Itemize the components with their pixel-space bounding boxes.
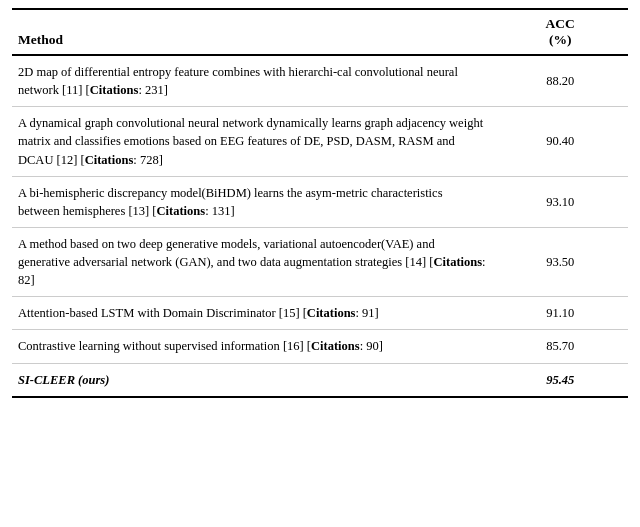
table-row: A bi-hemispheric discrepancy model(BiHDM… [12,176,628,227]
acc-cell: 91.10 [492,297,628,330]
method-cell: A dynamical graph convolutional neural n… [12,107,492,176]
method-cell: A method based on two deep generative mo… [12,227,492,296]
citations-label: Citations [85,153,134,167]
acc-cell-ours: 95.45 [492,363,628,397]
comparison-table: Method ACC(%) 2D map of differential ent… [12,8,628,398]
acc-cell: 93.50 [492,227,628,296]
method-cell: Attention-based LSTM with Domain Discrim… [12,297,492,330]
acc-cell: 90.40 [492,107,628,176]
citations-label: Citations [157,204,206,218]
with-text: with [137,306,159,320]
table-row: A dynamical graph convolutional neural n… [12,107,628,176]
table-row: Attention-based LSTM with Domain Discrim… [12,297,628,330]
table-row: A method based on two deep generative mo… [12,227,628,296]
citations-label: Citations [307,306,356,320]
acc-cell: 88.20 [492,55,628,107]
acc-cell: 85.70 [492,330,628,363]
method-header: Method [12,9,492,55]
acc-header: ACC(%) [492,9,628,55]
table-row: 2D map of differential entropy feature c… [12,55,628,107]
acc-cell: 93.10 [492,176,628,227]
citations-label: Citations [433,255,482,269]
table-row: Contrastive learning without supervised … [12,330,628,363]
method-cell-ours: SI-CLEER (ours) [12,363,492,397]
citations-label: Citations [311,339,360,353]
table-row-ours: SI-CLEER (ours) 95.45 [12,363,628,397]
method-cell: 2D map of differential entropy feature c… [12,55,492,107]
table-container: Method ACC(%) 2D map of differential ent… [0,0,640,406]
citations-label: Citations [90,83,139,97]
method-cell: A bi-hemispheric discrepancy model(BiHDM… [12,176,492,227]
table-header-row: Method ACC(%) [12,9,628,55]
method-cell: Contrastive learning without supervised … [12,330,492,363]
